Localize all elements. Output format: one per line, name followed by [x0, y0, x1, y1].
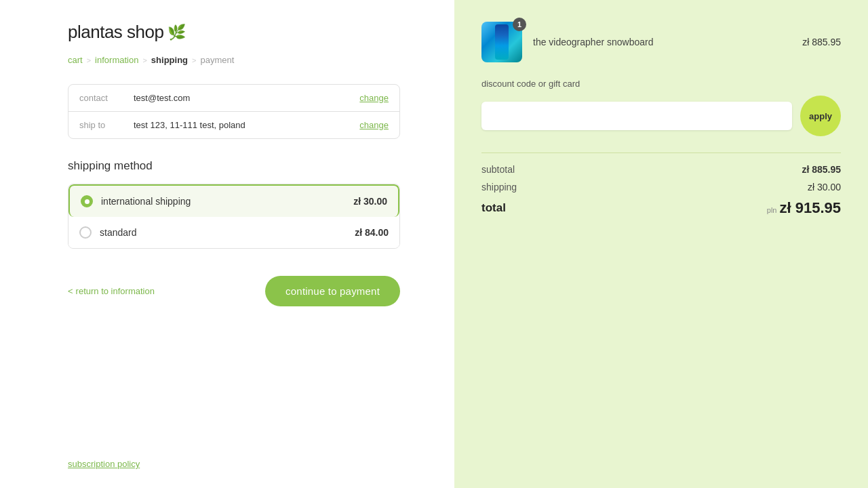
product-badge: 1: [513, 18, 526, 31]
subtotal-value: zł 885.95: [802, 164, 841, 175]
continue-button[interactable]: continue to payment: [265, 276, 400, 306]
radio-international: [81, 195, 93, 207]
grand-value-wrap: pln zł 915.95: [767, 199, 841, 217]
totals-section: subtotal zł 885.95 shipping zł 30.00 tot…: [481, 152, 841, 217]
apply-button[interactable]: apply: [800, 96, 841, 136]
ship-change-link[interactable]: change: [359, 120, 389, 130]
radio-standard: [79, 226, 92, 239]
contact-row: contact test@test.com change: [68, 85, 399, 112]
radio-outer-standard: [79, 226, 92, 239]
product-name: the videographer snowboard: [533, 37, 802, 47]
ship-row: ship to test 123, 11-111 test, poland ch…: [68, 112, 399, 138]
contact-change-link[interactable]: change: [359, 93, 389, 103]
shipping-option-international[interactable]: international shipping zł 30.00: [68, 184, 399, 217]
contact-label: contact: [79, 93, 134, 103]
subscription-policy-link[interactable]: subscription policy: [68, 459, 140, 469]
left-panel: plantas shop 🌿 cart > information > ship…: [0, 0, 454, 488]
breadcrumb-shipping: shipping: [151, 55, 188, 65]
breadcrumb-sep-1: >: [87, 56, 91, 64]
grand-currency-note: pln: [767, 206, 777, 214]
discount-row: apply: [481, 96, 841, 136]
leaf-icon: 🌿: [167, 24, 186, 41]
info-box: contact test@test.com change ship to tes…: [68, 84, 400, 139]
contact-value: test@test.com: [134, 93, 359, 103]
product-price: zł 885.95: [802, 37, 841, 47]
radio-outer-international: [81, 195, 93, 207]
brand-name: plantas shop: [68, 22, 163, 43]
shipping-options: international shipping zł 30.00 standard…: [68, 184, 400, 249]
shipping-name-standard: standard: [100, 227, 355, 238]
shipping-price-standard: zł 84.00: [355, 227, 389, 238]
shipping-price-international: zł 30.00: [353, 196, 387, 207]
grand-total-value: zł 915.95: [779, 199, 841, 217]
shipping-method-title: shipping method: [68, 159, 400, 173]
back-link[interactable]: < return to information: [68, 286, 155, 296]
ship-label: ship to: [79, 120, 134, 130]
back-label: return to information: [76, 286, 155, 296]
breadcrumb-sep-3: >: [192, 56, 196, 64]
breadcrumb-sep-2: >: [142, 56, 146, 64]
discount-label: discount code or gift card: [481, 79, 841, 89]
breadcrumb-cart[interactable]: cart: [68, 55, 83, 65]
shipping-label: shipping: [481, 182, 517, 192]
shipping-row: shipping zł 30.00: [481, 182, 841, 192]
shipping-name-international: international shipping: [101, 196, 353, 207]
radio-inner-international: [85, 199, 90, 204]
discount-input[interactable]: [481, 102, 792, 130]
shipping-option-standard[interactable]: standard zł 84.00: [68, 217, 399, 248]
bottom-actions: < return to information continue to paym…: [68, 276, 400, 306]
snowboard-graphic: [495, 24, 509, 60]
subtotal-row: subtotal zł 885.95: [481, 164, 841, 175]
product-image-wrap: 1: [481, 22, 522, 62]
logo-area: plantas shop 🌿: [68, 22, 400, 43]
breadcrumb: cart > information > shipping > payment: [68, 55, 400, 65]
grand-total-row: total pln zł 915.95: [481, 199, 841, 217]
right-panel: 1 the videographer snowboard zł 885.95 d…: [454, 0, 868, 488]
grand-total-label: total: [481, 201, 506, 215]
product-row: 1 the videographer snowboard zł 885.95: [481, 22, 841, 62]
subtotal-label: subtotal: [481, 164, 515, 175]
shipping-value: zł 30.00: [808, 182, 841, 192]
breadcrumb-payment: payment: [200, 55, 234, 65]
back-chevron-icon: <: [68, 286, 73, 296]
ship-value: test 123, 11-111 test, poland: [134, 120, 359, 130]
breadcrumb-information[interactable]: information: [95, 55, 138, 65]
